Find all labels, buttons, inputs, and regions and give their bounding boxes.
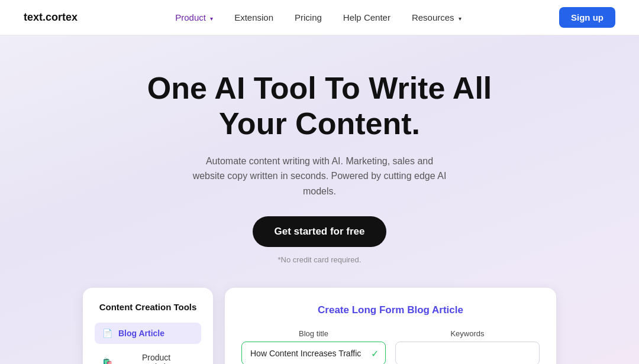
blog-title-input-wrapper: ✓: [241, 342, 386, 364]
no-credit-card-text: *No credit card required.: [24, 255, 615, 264]
tool-product-descriptions[interactable]: 🛍️ Product Descriptions: [95, 347, 201, 364]
nav-item-resources[interactable]: Resources ▾: [412, 12, 462, 23]
nav-links: Product ▾ Extension Pricing Help Center …: [175, 12, 462, 23]
check-icon: ✓: [371, 348, 379, 359]
blog-title-group: Blog title ✓ Looks good!: [241, 329, 386, 364]
signup-button[interactable]: Sign up: [559, 7, 615, 28]
nav-item-extension[interactable]: Extension: [234, 12, 273, 23]
right-card: Create Long Form Blog Article Blog title…: [225, 288, 556, 364]
right-card-title: Create Long Form Blog Article: [241, 304, 540, 316]
nav-item-product[interactable]: Product ▾: [175, 12, 213, 23]
left-card: Content Creation Tools 📄 Blog Article 🛍️…: [83, 288, 213, 364]
blog-title-label: Blog title: [241, 329, 386, 338]
hero-title: One AI Tool To Write All Your Content.: [24, 71, 615, 142]
blog-title-input[interactable]: [241, 342, 386, 364]
cards-row: Content Creation Tools 📄 Blog Article 🛍️…: [24, 288, 615, 364]
keywords-input[interactable]: [395, 342, 540, 364]
keywords-label: Keywords: [395, 329, 540, 338]
keywords-group: Keywords Hint: Type and press enter: [395, 329, 540, 364]
hero-subtitle: Automate content writing with AI. Market…: [189, 154, 450, 199]
blog-article-icon: 📄: [102, 328, 112, 339]
navbar: text.cortex Product ▾ Extension Pricing …: [0, 0, 639, 35]
chevron-down-icon: ▾: [459, 15, 462, 22]
nav-item-help-center[interactable]: Help Center: [343, 12, 390, 23]
tools-card-title: Content Creation Tools: [95, 302, 201, 312]
tool-blog-article[interactable]: 📄 Blog Article: [95, 323, 201, 344]
product-descriptions-icon: 🛍️: [102, 357, 112, 364]
hero-section: One AI Tool To Write All Your Content. A…: [0, 35, 639, 364]
nav-item-pricing[interactable]: Pricing: [295, 12, 322, 23]
logo[interactable]: text.cortex: [24, 11, 78, 24]
get-started-button[interactable]: Get started for free: [253, 216, 386, 247]
form-row: Blog title ✓ Looks good! Keywords Hint: …: [241, 329, 540, 364]
chevron-down-icon: ▾: [210, 15, 213, 22]
